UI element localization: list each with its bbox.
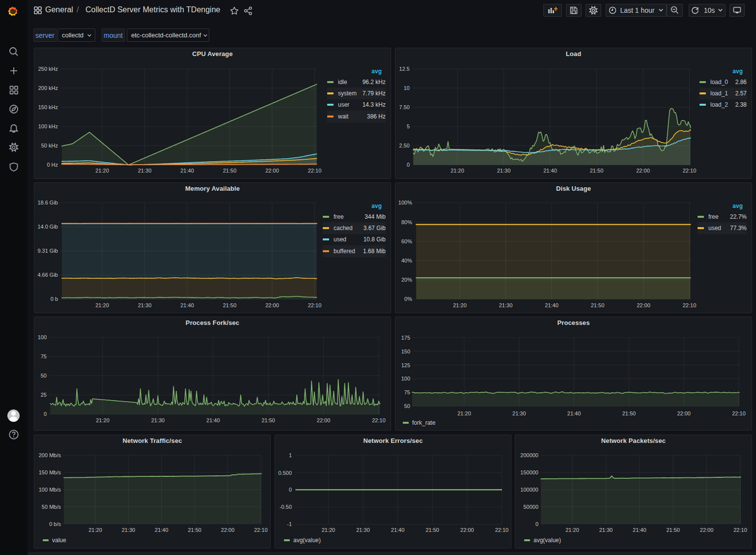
- svg-text:21:30: 21:30: [356, 527, 370, 533]
- svg-text:14.0 Gib: 14.0 Gib: [37, 224, 58, 230]
- svg-text:21:20: 21:20: [95, 168, 109, 174]
- svg-text:21:30: 21:30: [122, 527, 136, 533]
- svg-text:0 b: 0 b: [51, 296, 58, 302]
- svg-text:21:30: 21:30: [499, 302, 513, 308]
- svg-text:22:10: 22:10: [732, 410, 746, 416]
- svg-text:22:10: 22:10: [495, 527, 509, 533]
- svg-text:0: 0: [407, 162, 410, 168]
- svg-text:75: 75: [41, 353, 47, 359]
- svg-text:21:20: 21:20: [565, 527, 579, 533]
- svg-text:21:40: 21:40: [391, 527, 405, 533]
- svg-text:22:10: 22:10: [683, 302, 697, 308]
- svg-text:0 b/s: 0 b/s: [49, 521, 61, 527]
- svg-text:21:20: 21:20: [453, 302, 467, 308]
- svg-text:21:20: 21:20: [88, 527, 102, 533]
- svg-text:0%: 0%: [404, 296, 412, 302]
- svg-text:21:30: 21:30: [512, 410, 526, 416]
- svg-text:150 kHz: 150 kHz: [38, 104, 58, 110]
- svg-text:21:40: 21:40: [180, 168, 194, 174]
- svg-text:0: 0: [289, 487, 292, 493]
- svg-text:21:40: 21:40: [567, 410, 581, 416]
- svg-text:22:10: 22:10: [683, 168, 697, 174]
- svg-text:100000: 100000: [520, 487, 538, 493]
- svg-text:21:50: 21:50: [666, 527, 680, 533]
- svg-text:21:40: 21:40: [206, 417, 220, 423]
- svg-text:22:00: 22:00: [317, 417, 331, 423]
- svg-text:21:30: 21:30: [138, 302, 152, 308]
- svg-text:22:10: 22:10: [308, 302, 322, 308]
- svg-text:9.31 Gib: 9.31 Gib: [37, 248, 58, 254]
- svg-text:21:20: 21:20: [322, 527, 336, 533]
- svg-text:21:20: 21:20: [96, 417, 110, 423]
- svg-text:-1: -1: [287, 521, 292, 527]
- svg-text:21:40: 21:40: [155, 527, 168, 533]
- svg-text:250 kHz: 250 kHz: [38, 66, 58, 72]
- svg-text:80%: 80%: [401, 219, 412, 225]
- svg-text:-0.50: -0.50: [280, 504, 292, 510]
- svg-text:21:30: 21:30: [138, 168, 152, 174]
- svg-text:21:40: 21:40: [545, 302, 559, 308]
- svg-text:100: 100: [401, 376, 410, 381]
- svg-text:22:00: 22:00: [636, 168, 650, 174]
- svg-text:200000: 200000: [520, 452, 538, 458]
- svg-text:22:00: 22:00: [677, 410, 691, 416]
- svg-text:22:00: 22:00: [221, 527, 235, 533]
- svg-text:21:50: 21:50: [261, 417, 275, 423]
- svg-text:50 kHz: 50 kHz: [41, 143, 58, 148]
- svg-text:21:20: 21:20: [95, 302, 109, 308]
- svg-text:21:30: 21:30: [151, 417, 165, 423]
- svg-text:22:00: 22:00: [265, 302, 279, 308]
- svg-text:10: 10: [404, 85, 410, 91]
- svg-text:22:00: 22:00: [460, 527, 474, 533]
- svg-text:50 Mb/s: 50 Mb/s: [42, 504, 61, 510]
- svg-text:20%: 20%: [401, 277, 412, 283]
- svg-text:12.5: 12.5: [399, 66, 410, 72]
- svg-text:50000: 50000: [523, 504, 538, 510]
- svg-text:0: 0: [535, 521, 538, 527]
- svg-text:60%: 60%: [401, 238, 412, 244]
- svg-text:50: 50: [41, 373, 47, 379]
- svg-text:21:30: 21:30: [497, 168, 511, 174]
- svg-text:150000: 150000: [520, 469, 538, 475]
- svg-text:21:40: 21:40: [633, 527, 646, 533]
- svg-text:22:10: 22:10: [733, 527, 747, 533]
- svg-text:21:50: 21:50: [223, 168, 237, 174]
- svg-text:21:50: 21:50: [622, 410, 636, 416]
- svg-text:22:00: 22:00: [700, 527, 714, 533]
- svg-text:21:40: 21:40: [543, 168, 557, 174]
- svg-text:21:20: 21:20: [457, 410, 471, 416]
- svg-text:200 kHz: 200 kHz: [38, 85, 58, 91]
- svg-text:40%: 40%: [401, 258, 412, 263]
- svg-text:21:40: 21:40: [180, 302, 194, 308]
- svg-text:21:20: 21:20: [450, 168, 464, 174]
- svg-text:18.6 Gib: 18.6 Gib: [37, 200, 58, 205]
- svg-text:0: 0: [44, 411, 47, 417]
- svg-text:22:00: 22:00: [637, 302, 650, 308]
- svg-text:22:10: 22:10: [254, 527, 268, 533]
- svg-text:5: 5: [407, 123, 410, 129]
- svg-text:22:10: 22:10: [308, 168, 322, 174]
- svg-text:21:50: 21:50: [188, 527, 201, 533]
- svg-text:0 Hz: 0 Hz: [47, 162, 58, 168]
- svg-text:150 Mb/s: 150 Mb/s: [39, 469, 61, 475]
- svg-text:22:10: 22:10: [372, 417, 386, 423]
- svg-text:100: 100: [38, 334, 47, 340]
- svg-text:175: 175: [401, 335, 410, 341]
- svg-text:1: 1: [289, 452, 292, 458]
- svg-text:7.50: 7.50: [399, 104, 410, 110]
- svg-text:21:50: 21:50: [223, 302, 237, 308]
- svg-text:125: 125: [401, 362, 410, 368]
- svg-text:21:50: 21:50: [591, 302, 605, 308]
- svg-text:25: 25: [41, 392, 47, 398]
- svg-text:100%: 100%: [398, 200, 412, 205]
- svg-text:75: 75: [404, 389, 410, 395]
- svg-text:100 kHz: 100 kHz: [38, 123, 58, 129]
- svg-text:0.500: 0.500: [278, 470, 292, 476]
- svg-text:2.50: 2.50: [399, 143, 410, 148]
- svg-text:200 Mb/s: 200 Mb/s: [39, 452, 61, 458]
- svg-text:22:00: 22:00: [265, 168, 279, 174]
- svg-text:21:50: 21:50: [590, 168, 604, 174]
- svg-text:150: 150: [401, 349, 410, 354]
- svg-text:21:30: 21:30: [599, 527, 613, 533]
- svg-text:50: 50: [404, 403, 410, 409]
